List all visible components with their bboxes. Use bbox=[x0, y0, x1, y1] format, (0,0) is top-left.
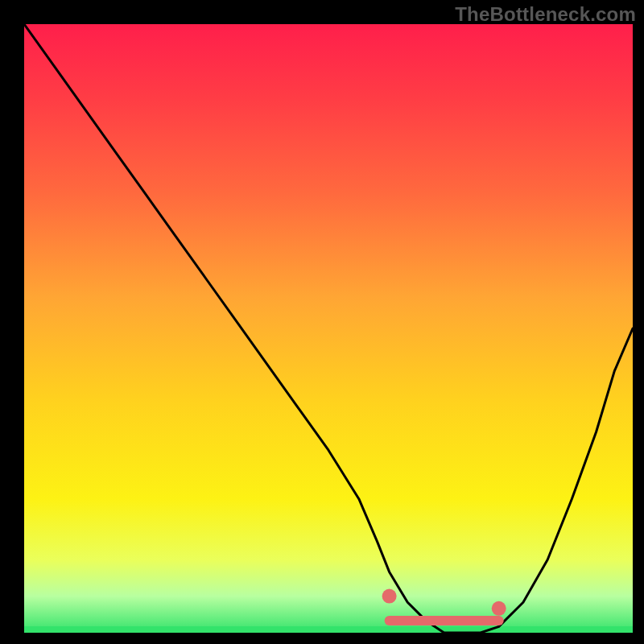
chart-plot-area bbox=[24, 24, 633, 633]
highlight-dot-left bbox=[382, 589, 397, 604]
chart-svg bbox=[24, 24, 633, 633]
watermark-text: TheBottleneck.com bbox=[455, 3, 636, 26]
bottleneck-curve bbox=[24, 24, 633, 633]
highlight-dot-right bbox=[492, 601, 506, 616]
